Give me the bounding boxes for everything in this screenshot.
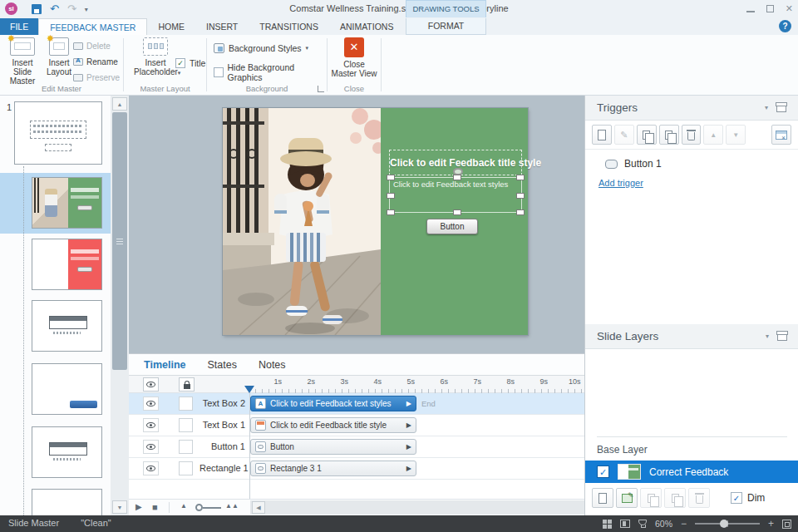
timeline-zoom-track[interactable] bbox=[203, 507, 221, 509]
tab-feedback-master[interactable]: FEEDBACK MASTER bbox=[38, 18, 147, 35]
scroll-up-icon[interactable]: ▲ bbox=[112, 97, 127, 111]
fit-to-window-icon[interactable] bbox=[782, 520, 791, 529]
story-view-icon[interactable] bbox=[620, 520, 630, 528]
timeline-bar-textbox1[interactable]: Click to edit Feedback title style ▶ bbox=[250, 417, 416, 433]
restore-button[interactable] bbox=[766, 5, 774, 12]
tab-insert[interactable]: INSERT bbox=[195, 18, 249, 35]
delete-trigger-button[interactable] bbox=[682, 125, 702, 145]
title-checkbox[interactable]: ✓ bbox=[175, 58, 185, 68]
timeline-bar-textbox2[interactable]: A Click to edit Feedback text styles ▶ bbox=[250, 396, 416, 411]
move-trigger-up-button[interactable]: ▲ bbox=[703, 125, 723, 145]
resize-handle-n[interactable] bbox=[453, 175, 461, 180]
play-icon[interactable]: ▶ bbox=[135, 502, 142, 511]
tab-transitions[interactable]: TRANSITIONS bbox=[249, 18, 329, 35]
slide-layers-menu-icon[interactable]: ▾ bbox=[766, 332, 769, 340]
close-master-view-button[interactable]: ✕ Close Master View bbox=[331, 37, 377, 78]
timeline-bar-rectangle1[interactable]: Rectangle 3 1 ▶ bbox=[250, 461, 416, 476]
zoom-slider[interactable] bbox=[695, 515, 760, 532]
thumbnail-text-layout-2[interactable] bbox=[32, 426, 102, 478]
tab-timeline[interactable]: Timeline bbox=[144, 359, 185, 371]
title-checkbox-row[interactable]: ✓ Title bbox=[175, 58, 205, 68]
preview-icon[interactable] bbox=[638, 520, 647, 525]
triggers-collapse-icon[interactable] bbox=[776, 104, 786, 112]
thumbnail-master[interactable] bbox=[14, 101, 102, 165]
manage-variables-button[interactable] bbox=[771, 125, 791, 145]
slide-photo[interactable] bbox=[223, 108, 381, 335]
scroll-down-icon[interactable]: ▼ bbox=[112, 500, 127, 514]
layer-row-correct-feedback[interactable]: ✓ Correct Feedback bbox=[585, 461, 798, 483]
lock-checkbox[interactable] bbox=[179, 418, 193, 432]
playhead-icon[interactable] bbox=[244, 386, 254, 393]
new-layer-button[interactable] bbox=[592, 488, 613, 508]
triggers-header[interactable]: Triggers ▾ bbox=[585, 96, 798, 121]
background-styles-button[interactable]: Background Styles ▾ bbox=[214, 43, 308, 53]
layer-visibility-checkbox[interactable]: ✓ bbox=[597, 466, 609, 478]
tab-states[interactable]: States bbox=[207, 359, 236, 371]
resize-handle-e[interactable] bbox=[516, 193, 525, 199]
visibility-toggle[interactable] bbox=[143, 397, 159, 411]
slide-stage[interactable]: Click to edit Feedback title style Click… bbox=[223, 108, 528, 335]
delete-layer-button[interactable] bbox=[688, 488, 710, 508]
thumbnail-button-layout[interactable] bbox=[32, 363, 102, 415]
insert-layout-button[interactable]: ✸ Insert Layout bbox=[44, 37, 74, 76]
add-trigger-link[interactable]: Add trigger bbox=[585, 173, 798, 188]
visibility-toggle[interactable] bbox=[143, 461, 159, 475]
copy-trigger-button[interactable] bbox=[637, 125, 657, 145]
visibility-toggle[interactable] bbox=[143, 418, 159, 432]
paste-layer-button[interactable] bbox=[664, 488, 686, 508]
tab-home[interactable]: HOME bbox=[147, 18, 195, 35]
delete-button[interactable]: Delete bbox=[73, 39, 111, 52]
scrollbar-thumb[interactable] bbox=[112, 112, 127, 370]
resize-handle-sw[interactable] bbox=[387, 209, 395, 215]
edit-layer-button[interactable] bbox=[616, 488, 638, 508]
resize-handle-nw[interactable] bbox=[387, 175, 395, 180]
thumbnail-partial[interactable] bbox=[32, 489, 102, 515]
lock-checkbox[interactable] bbox=[179, 397, 193, 411]
tab-format[interactable]: FORMAT bbox=[406, 18, 486, 35]
timeline-ruler[interactable]: 1s 2s 3s 4s 5s 6s 7s 8s 9s 10s bbox=[249, 376, 584, 393]
minimize-button[interactable] bbox=[746, 4, 755, 12]
trigger-group-button1[interactable]: Button 1 bbox=[585, 150, 798, 173]
scroll-left-icon[interactable]: ◀ bbox=[252, 501, 265, 514]
feedback-text-placeholder[interactable]: Click to edit Feedback text styles bbox=[389, 177, 522, 213]
copy-layer-button[interactable] bbox=[640, 488, 662, 508]
slide-layers-collapse-icon[interactable] bbox=[777, 332, 787, 341]
timeline-zoom-knob[interactable] bbox=[195, 504, 203, 511]
resize-handle-se[interactable] bbox=[516, 209, 525, 215]
dim-checkbox[interactable]: ✓ bbox=[731, 492, 742, 504]
edit-trigger-button[interactable]: ✎ bbox=[614, 125, 634, 145]
zoom-out-icon[interactable]: − bbox=[681, 518, 687, 530]
tab-notes[interactable]: Notes bbox=[259, 359, 286, 371]
stop-icon[interactable]: ■ bbox=[152, 502, 158, 512]
hide-background-graphics-checkbox[interactable] bbox=[214, 67, 224, 77]
lock-checkbox[interactable] bbox=[179, 461, 193, 475]
close-button[interactable]: ✕ bbox=[786, 3, 793, 14]
grid-view-icon[interactable] bbox=[603, 520, 612, 529]
feedback-button[interactable]: Button bbox=[426, 219, 478, 234]
dim-option[interactable]: ✓ Dim bbox=[731, 492, 765, 504]
visibility-toggle[interactable] bbox=[143, 440, 159, 454]
timeline-row-textbox1[interactable]: Text Box 1 Click to edit Feedback title … bbox=[129, 415, 584, 436]
lock-checkbox[interactable] bbox=[179, 440, 193, 454]
insert-placeholder-button[interactable]: Insert Placeholder▾ bbox=[134, 37, 177, 77]
zoom-in-timeline-icon[interactable]: ▲▲ bbox=[225, 502, 239, 510]
zoom-in-icon[interactable]: + bbox=[768, 518, 774, 530]
thumbnails-scrollbar[interactable]: ▲ ▼ bbox=[111, 96, 129, 515]
help-icon[interactable]: ? bbox=[779, 20, 791, 32]
timeline-row-textbox2[interactable]: Text Box 2 A Click to edit Feedback text… bbox=[129, 393, 584, 415]
thumbnail-text-layout[interactable] bbox=[32, 300, 102, 352]
triggers-menu-icon[interactable]: ▾ bbox=[765, 104, 768, 111]
background-dialog-launcher-icon[interactable] bbox=[318, 86, 324, 92]
zoom-out-timeline-icon[interactable]: ▲ bbox=[180, 502, 187, 510]
resize-handle-ne[interactable] bbox=[516, 175, 525, 180]
slide-layers-header[interactable]: Slide Layers ▾ bbox=[585, 324, 798, 349]
hide-background-graphics-row[interactable]: Hide Background Graphics bbox=[214, 62, 327, 82]
paste-trigger-button[interactable] bbox=[659, 125, 679, 145]
show-all-toggle[interactable] bbox=[143, 377, 159, 392]
timeline-row-rectangle1[interactable]: Rectangle 1 Rectangle 3 1 ▶ bbox=[129, 458, 584, 480]
timeline-bar-button1[interactable]: Button ▶ bbox=[250, 439, 416, 455]
new-trigger-button[interactable] bbox=[592, 125, 612, 145]
tab-file[interactable]: FILE bbox=[0, 18, 38, 35]
tab-animations[interactable]: ANIMATIONS bbox=[329, 18, 405, 35]
slide-canvas[interactable]: Click to edit Feedback title style Click… bbox=[129, 96, 584, 353]
